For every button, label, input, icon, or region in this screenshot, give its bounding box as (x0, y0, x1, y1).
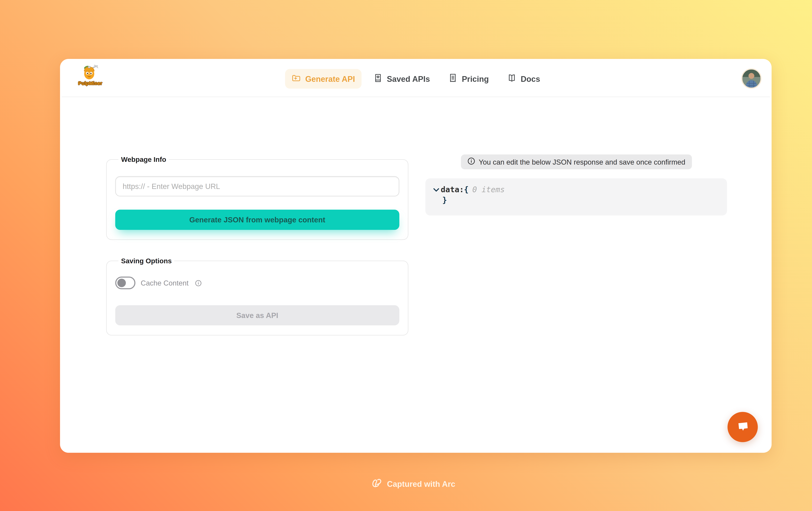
nav-saved-apis[interactable]: Saved APIs (367, 69, 436, 88)
chat-fab-button[interactable] (728, 412, 758, 442)
right-column: You can edit the below JSON response and… (425, 154, 727, 216)
saving-options-legend: Saving Options (118, 257, 174, 265)
nav-label: Docs (521, 74, 540, 83)
nav-generate-api[interactable]: Generate API (285, 69, 361, 88)
json-close-line: } (432, 195, 720, 205)
brand-wordmark: PulpMiner (78, 81, 102, 86)
captured-with-arc-watermark: Captured with Arc (0, 477, 812, 490)
left-column: Webpage Info Generate JSON from webpage … (106, 155, 408, 353)
arc-logo-icon (371, 477, 383, 490)
open-book-icon (507, 73, 516, 84)
json-close-brace: } (442, 195, 447, 205)
cache-content-toggle[interactable] (115, 277, 136, 289)
json-root-line: data: { 0 items (432, 184, 720, 195)
nav-pricing[interactable]: Pricing (441, 69, 495, 88)
notice-text: You can edit the below JSON response and… (479, 158, 685, 166)
json-open-brace: { (464, 184, 469, 195)
webpage-info-legend: Webpage Info (118, 155, 169, 163)
save-as-api-button[interactable]: Save as API (115, 305, 399, 325)
page-background: PulpMiner Generate API (0, 0, 812, 511)
receipt-icon (448, 73, 458, 84)
nav-label: Pricing (462, 74, 489, 83)
nav-label: Saved APIs (387, 74, 430, 83)
cache-toggle-row: Cache Content (115, 277, 399, 289)
saving-options-section: Saving Options Cache Content Save as API (106, 257, 408, 335)
user-avatar[interactable] (742, 68, 761, 89)
info-icon (467, 157, 475, 167)
main-nav: Generate API Saved APIs (285, 69, 547, 88)
chat-bubble-icon (735, 418, 751, 436)
app-window: PulpMiner Generate API (60, 59, 772, 453)
json-key: data: (441, 184, 464, 195)
toggle-knob (117, 279, 126, 287)
app-header: PulpMiner Generate API (62, 61, 770, 97)
info-icon[interactable] (195, 279, 202, 287)
webpage-info-section: Webpage Info Generate JSON from webpage … (106, 155, 408, 240)
json-items-count: 0 items (472, 184, 505, 195)
json-edit-notice: You can edit the below JSON response and… (461, 154, 692, 170)
pulpminer-mascot-icon (81, 64, 99, 82)
webpage-url-input[interactable] (115, 176, 399, 197)
nav-label: Generate API (305, 74, 355, 83)
nav-docs[interactable]: Docs (500, 69, 547, 88)
generate-json-button[interactable]: Generate JSON from webpage content (115, 210, 399, 230)
cache-content-label: Cache Content (141, 279, 188, 287)
brand-logo[interactable]: PulpMiner (75, 64, 105, 86)
folder-plus-icon (291, 73, 301, 84)
book-heart-icon (373, 73, 383, 84)
watermark-text: Captured with Arc (387, 479, 455, 488)
chevron-down-icon[interactable] (432, 185, 440, 193)
json-viewer[interactable]: data: { 0 items } (425, 178, 727, 216)
